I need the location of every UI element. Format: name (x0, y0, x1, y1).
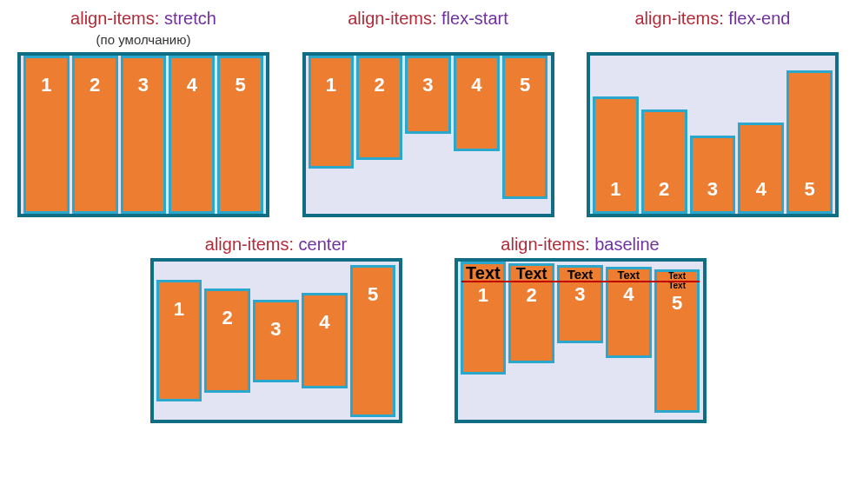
panel-flex-start: align-items: flex-start . 1 2 3 4 5 (302, 9, 554, 217)
flex-item: 2 (356, 56, 402, 160)
value-flex-start: flex-start (441, 9, 508, 28)
flex-item: 3 (690, 136, 736, 214)
flex-item: 4 (738, 123, 784, 214)
flex-item: Text 3 (557, 265, 603, 343)
flex-item: 2 (641, 109, 687, 214)
prop-label: align-items (501, 235, 585, 254)
flex-item: 3 (253, 300, 299, 382)
item-label: 4 (623, 283, 634, 306)
item-label: 1 (326, 74, 336, 96)
item-label: 4 (756, 178, 766, 201)
row-top: align-items: stretch (по умолчанию) 1 2 … (17, 9, 839, 217)
flex-item: Text Text 5 (654, 269, 700, 413)
item-label: 2 (527, 284, 537, 307)
item-label: 1 (478, 284, 488, 307)
item-label: 5 (520, 74, 530, 96)
item-label: 5 (672, 292, 682, 315)
flex-item: 1 (309, 56, 355, 169)
value-stretch: stretch (164, 9, 216, 28)
flex-item: 3 (121, 56, 167, 214)
flex-item: 3 (405, 56, 451, 134)
item-label: 5 (235, 74, 245, 96)
item-label: 1 (174, 298, 184, 321)
heading-baseline: align-items: baseline (501, 235, 659, 255)
flex-item: 5 (786, 70, 833, 214)
flex-item: 5 (502, 56, 548, 199)
panel-stretch: align-items: stretch (по умолчанию) 1 2 … (17, 9, 269, 217)
heading-center: align-items: center (205, 235, 347, 255)
value-flex-end: flex-end (728, 9, 790, 28)
item-label: 4 (319, 311, 329, 334)
value-center: center (299, 235, 348, 254)
flex-item: 4 (169, 56, 215, 214)
flex-item: 5 (350, 265, 396, 417)
baseline-text: Text (617, 269, 640, 282)
item-label: 2 (375, 74, 385, 96)
flex-item: 1 (156, 280, 202, 401)
flex-item: Text 2 (508, 263, 554, 363)
container-flex-end: 1 2 3 4 5 (587, 52, 839, 217)
heading-flex-end: align-items: flex-end (635, 9, 791, 29)
baseline-indicator (461, 281, 700, 282)
heading-flex-start: align-items: flex-start (348, 9, 508, 29)
item-label: 5 (804, 178, 814, 201)
item-label: 1 (610, 178, 620, 201)
item-label: 2 (659, 178, 669, 201)
container-center: 1 2 3 4 5 (150, 258, 402, 423)
subtitle: (по умолчанию) (96, 32, 191, 47)
prop-label: align-items (348, 9, 432, 28)
panel-flex-end: align-items: flex-end . 1 2 3 4 5 (587, 9, 839, 217)
item-label: 2 (90, 74, 100, 96)
flex-item: 1 (593, 96, 639, 214)
baseline-text: Text (466, 264, 501, 282)
baseline-text: Text (567, 268, 594, 282)
item-label: 1 (41, 74, 51, 96)
item-label: 3 (422, 74, 433, 96)
panel-center: align-items: center 1 2 3 4 5 (150, 235, 402, 423)
container-baseline: Text 1 Text 2 Text 3 Text 4 Text Text 5 (455, 258, 707, 423)
value-baseline: baseline (594, 235, 660, 254)
item-label: 5 (368, 283, 378, 306)
item-label: 3 (707, 178, 718, 201)
flex-item: 2 (72, 56, 118, 214)
heading-stretch: align-items: stretch (70, 9, 216, 29)
prop-label: align-items (205, 235, 289, 254)
baseline-text-extra: Text (668, 282, 686, 291)
prop-label: align-items (70, 9, 155, 28)
flex-item: 4 (454, 56, 500, 151)
flex-item: Text 1 (461, 262, 507, 375)
row-bottom: align-items: center 1 2 3 4 5 align-item… (17, 235, 839, 423)
flex-item: 2 (204, 288, 250, 393)
container-stretch: 1 2 3 4 5 (17, 52, 269, 217)
panel-baseline: align-items: baseline Text 1 Text 2 Text… (455, 235, 707, 423)
item-label: 3 (138, 74, 149, 96)
flex-item: 1 (23, 56, 70, 214)
item-label: 3 (574, 283, 585, 306)
item-label: 4 (471, 74, 481, 96)
baseline-text: Text (668, 272, 686, 282)
item-label: 4 (187, 74, 197, 96)
container-flex-start: 1 2 3 4 5 (302, 52, 554, 217)
prop-label: align-items (635, 9, 720, 28)
flex-item: 5 (217, 56, 263, 214)
item-label: 3 (270, 318, 281, 341)
item-label: 2 (222, 307, 233, 329)
flex-item: 4 (302, 293, 348, 388)
